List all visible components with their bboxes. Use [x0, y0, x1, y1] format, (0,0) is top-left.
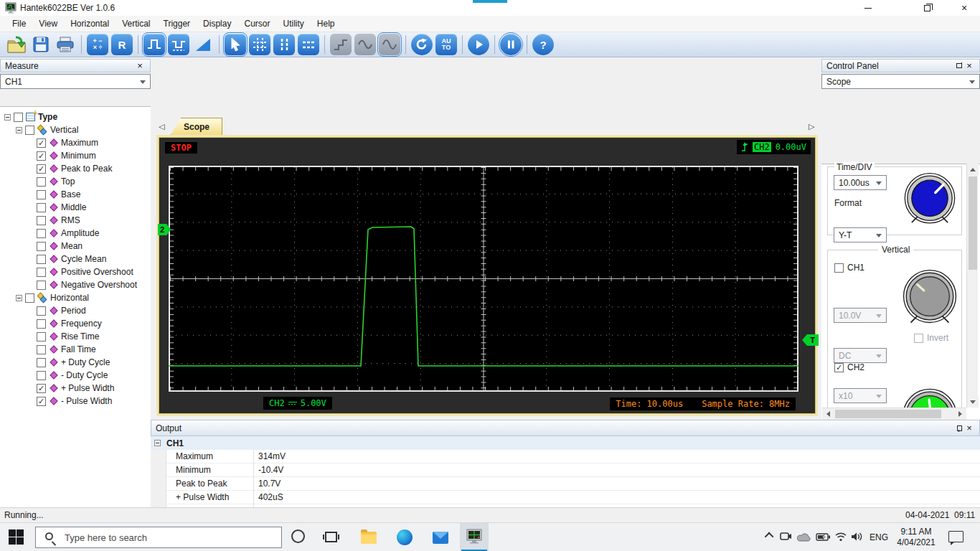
tab-scroll-left[interactable]: ◁: [159, 122, 164, 131]
grid-cursors-button[interactable]: [249, 34, 270, 55]
time-div-knob[interactable]: [902, 171, 958, 228]
checkbox-icon[interactable]: [37, 229, 46, 238]
scroll-right-button[interactable]: [954, 408, 966, 420]
checkbox-icon[interactable]: [37, 281, 46, 290]
tree-item-top[interactable]: Top: [0, 175, 151, 188]
tree-item-maximum[interactable]: ✓Maximum: [0, 136, 151, 149]
ch1-invert-checkbox[interactable]: Invert: [914, 333, 948, 343]
tree-item-cycle-mean[interactable]: Cycle Mean: [0, 253, 151, 265]
open-button[interactable]: [6, 34, 27, 55]
onedrive-button[interactable]: [797, 532, 811, 542]
tree-item-pulse-width[interactable]: ✓- Pulse Width: [0, 395, 151, 408]
start-button[interactable]: [9, 529, 24, 545]
scope-screen[interactable]: [169, 166, 798, 392]
control-mode-select[interactable]: Scope: [821, 74, 980, 89]
ramp-button[interactable]: [192, 34, 214, 55]
battery-button[interactable]: [816, 533, 831, 541]
format-select[interactable]: Y-T: [834, 227, 887, 242]
menu-cursor[interactable]: Cursor: [237, 17, 276, 31]
pause-button[interactable]: [500, 34, 522, 55]
checkbox-icon[interactable]: ✓: [37, 151, 46, 161]
time-div-select[interactable]: 10.00us: [834, 175, 887, 190]
menu-file[interactable]: File: [6, 17, 32, 31]
menu-display[interactable]: Display: [197, 17, 237, 31]
hantek-app-taskbar-button[interactable]: [460, 523, 489, 551]
checkbox-icon[interactable]: [25, 126, 34, 135]
tree-item-amplitude[interactable]: Amplitude: [0, 227, 151, 240]
checkbox-icon[interactable]: [37, 345, 46, 354]
checkbox-icon[interactable]: [37, 255, 46, 264]
sine-wave-button[interactable]: [379, 34, 400, 55]
checkbox-icon[interactable]: [14, 113, 23, 122]
measure-channel-select[interactable]: CH1: [0, 74, 151, 89]
ch1-enable-checkbox[interactable]: CH1: [834, 263, 864, 273]
ch1-scale-select[interactable]: 10.0V: [834, 308, 887, 323]
math-button[interactable]: + −× ÷: [87, 34, 108, 55]
tree-item-base[interactable]: Base: [0, 188, 151, 201]
tree-item-period[interactable]: Period: [0, 304, 151, 317]
print-button[interactable]: [55, 34, 76, 55]
minimize-button[interactable]: [852, 0, 884, 16]
tree-item-peak-to-peak[interactable]: ✓Peak to Peak: [0, 162, 151, 175]
checkbox-icon[interactable]: ✓: [37, 164, 46, 174]
checkbox-icon[interactable]: [37, 177, 46, 187]
menu-trigger[interactable]: Trigger: [157, 17, 197, 31]
cursor-select-button[interactable]: [225, 34, 246, 55]
tree-item-middle[interactable]: Middle: [0, 201, 151, 214]
output-row-maximum[interactable]: Maximum314mV: [151, 450, 980, 463]
checkbox-icon[interactable]: [37, 216, 46, 225]
tree-item-duty-cycle[interactable]: + Duty Cycle: [0, 356, 151, 369]
checkbox-icon[interactable]: [37, 242, 46, 251]
checkbox-icon[interactable]: [37, 332, 46, 342]
tree-item-rise-time[interactable]: Rise Time: [0, 330, 151, 343]
trigger-level-marker[interactable]: T: [802, 334, 819, 346]
restore-button[interactable]: [911, 0, 943, 16]
tree-item-frequency[interactable]: Frequency: [0, 317, 151, 330]
negative-pulse-button[interactable]: [168, 34, 189, 55]
scrollbar-thumb[interactable]: [969, 176, 977, 270]
tree-item-mean[interactable]: Mean: [0, 240, 151, 253]
file-explorer-button[interactable]: [361, 532, 377, 544]
tree-item-negative-overshoot[interactable]: Negative Overshoot: [0, 278, 151, 291]
collapse-icon[interactable]: [151, 436, 166, 450]
checkbox-icon[interactable]: [37, 190, 46, 199]
auto-setup-button[interactable]: AUTO: [435, 34, 457, 55]
tree-item-fall-time[interactable]: Fall Time: [0, 343, 151, 356]
tree-item-duty-cycle[interactable]: - Duty Cycle: [0, 369, 151, 382]
menu-view[interactable]: View: [32, 17, 64, 31]
menu-utility[interactable]: Utility: [276, 17, 310, 31]
output-row-peak-to-peak[interactable]: Peak to Peak10.7V: [151, 477, 980, 491]
output-close-icon[interactable]: ×: [963, 423, 975, 433]
menu-horizontal[interactable]: Horizontal: [64, 17, 116, 31]
ch1-probe-select[interactable]: x10: [834, 388, 887, 403]
tree-item-positive-overshoot[interactable]: Positive Overshoot: [0, 265, 151, 278]
language-indicator[interactable]: ENG: [870, 532, 888, 542]
expander-icon[interactable]: [16, 127, 22, 133]
tree-item-type[interactable]: Type: [0, 110, 151, 123]
output-row-pulse-width[interactable]: + Pulse Width402uS: [151, 491, 980, 504]
cortana-button[interactable]: [291, 529, 305, 543]
save-button[interactable]: [30, 34, 52, 55]
tree-item-horizontal[interactable]: Horizontal: [0, 291, 151, 304]
tree-item-minimum[interactable]: ✓Minimum: [0, 149, 151, 162]
scrollbar-thumb[interactable]: [835, 410, 941, 418]
control-vertical-scrollbar[interactable]: [966, 164, 978, 408]
ch1-position-knob[interactable]: [900, 268, 959, 326]
ch2-enable-checkbox[interactable]: ✓ CH2: [834, 362, 864, 372]
tray-expand-button[interactable]: [767, 532, 773, 539]
wifi-button[interactable]: [834, 532, 847, 542]
tab-scroll-right[interactable]: ▷: [809, 122, 814, 131]
close-button[interactable]: ×: [948, 0, 980, 16]
help-button[interactable]: ?: [532, 34, 554, 55]
control-horizontal-scrollbar[interactable]: [822, 408, 966, 420]
scroll-up-button[interactable]: [967, 164, 979, 175]
expander-icon[interactable]: [4, 114, 11, 121]
start-button[interactable]: [468, 34, 489, 55]
output-group-row[interactable]: CH1: [151, 436, 980, 450]
taskbar-search-input[interactable]: Type here to search: [35, 527, 282, 548]
refresh-button[interactable]: [411, 34, 433, 55]
horizontal-cursors-button[interactable]: [298, 34, 319, 55]
menu-vertical[interactable]: Vertical: [116, 17, 156, 31]
menu-help[interactable]: Help: [311, 17, 341, 31]
output-row-minimum[interactable]: Minimum-10.4V: [151, 463, 980, 477]
